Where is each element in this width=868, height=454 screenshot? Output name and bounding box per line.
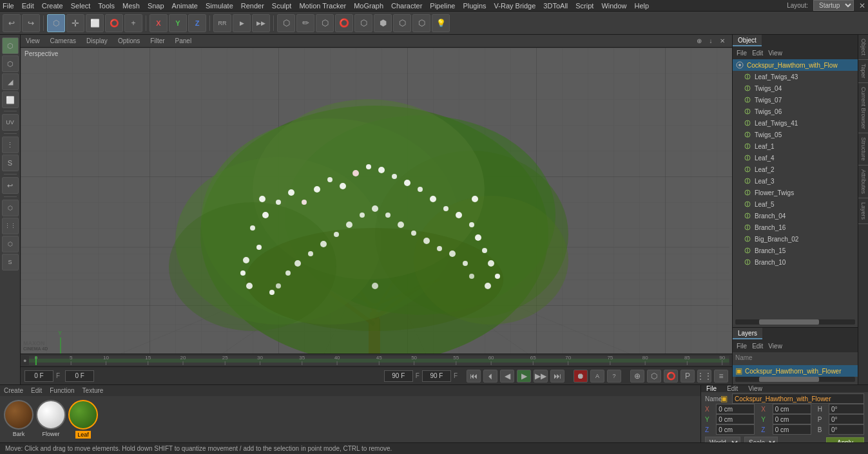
y-axis-button[interactable]: Y [169,14,187,32]
object-item-16[interactable]: Branch_10 [733,256,858,268]
snap-button[interactable]: ⋮ [2,137,19,153]
z-axis-button[interactable]: Z [188,14,206,32]
material-bark[interactable]: Bark [4,400,34,439]
menu-edit[interactable]: Edit [22,2,34,10]
play-reverse-button[interactable]: ◀ [500,370,514,383]
grid-pb-button[interactable]: ⋮⋮ [697,370,711,383]
close-btn[interactable]: ✕ [859,1,865,10]
render-region-button[interactable]: RR [213,14,231,32]
menu-vray[interactable]: V-Ray Bridge [494,2,536,10]
motion-button[interactable]: ⊕ [630,370,644,383]
menu-mesh[interactable]: Mesh [122,2,140,10]
b-input[interactable] [829,424,864,435]
menu-window[interactable]: Window [601,2,626,10]
object-item-8[interactable]: Leaf_2 [733,164,858,175]
go-to-start-button[interactable]: ⏮ [467,370,481,383]
attr-tab-edit[interactable]: Edit [722,385,743,392]
p-input[interactable] [829,414,864,424]
side-tab-taper[interactable]: Taper [858,60,868,83]
object-item-11[interactable]: Leaf_5 [733,198,858,210]
x-axis-button[interactable]: X [149,14,168,32]
viewport-tab-filter[interactable]: Filter [150,37,164,44]
frame-counter-input[interactable] [65,370,94,382]
object-item-14[interactable]: Big_Branch_02 [733,233,858,245]
viewport[interactable]: X Y Z Grid Spacing : 100 cm [21,48,732,354]
scene-button[interactable]: ⬡ [354,14,372,32]
object-item-1[interactable]: Twigs_04 [733,82,858,94]
y-rot-input[interactable] [773,414,811,424]
object-item-5[interactable]: Twigs_05 [733,129,858,140]
nurbs-button[interactable]: ⬡ [316,14,334,32]
menu-script[interactable]: Script [575,2,593,10]
render-to-picture-button[interactable]: ▶ [233,14,251,32]
layout-select[interactable]: Startup [813,0,854,11]
menu-snap[interactable]: Snap [148,2,164,10]
camera-button[interactable]: ⬢ [374,14,392,32]
key-all-button[interactable]: ? [607,370,621,383]
preview-button[interactable]: P [680,370,695,383]
play-button[interactable]: ▶ [517,370,531,383]
auto-key-button[interactable]: A [590,370,604,383]
viewport-tab-panel[interactable]: Panel [175,37,192,44]
x-pos-input[interactable] [716,404,755,414]
object-item-7[interactable]: Leaf_4 [733,152,858,164]
object-list-hscroll[interactable] [735,319,855,325]
list-pb-button[interactable]: ≡ [714,370,728,383]
menu-help[interactable]: Help [635,2,650,10]
menu-pipeline[interactable]: Pipeline [430,2,455,10]
viewport-tab-display[interactable]: Display [86,37,108,44]
menu-render[interactable]: Render [241,2,264,10]
mat-menu-function[interactable]: Function [50,387,74,394]
menu-animate[interactable]: Animate [172,2,198,10]
object-item-12[interactable]: Branch_04 [733,210,858,222]
scale-tool-button[interactable]: ⬜ [86,14,104,32]
render-active-button[interactable]: ▶▶ [252,14,270,32]
menu-create[interactable]: Create [42,2,63,10]
obj-menu-file[interactable]: File [737,50,747,57]
lamp-button[interactable]: 💡 [432,14,450,32]
layers-hscroll-thumb[interactable] [759,377,819,382]
record-button[interactable]: ⏺ [574,370,588,383]
floor-button[interactable]: ⬡ [412,14,430,32]
material-flower[interactable]: Flower [36,400,66,439]
side-tab-object[interactable]: Object [858,35,868,60]
z-rot-input[interactable] [773,424,811,435]
viewport-tab-view[interactable]: View [26,37,40,44]
mode-uv-button[interactable]: UV [2,114,19,131]
object-list-hscroll-thumb[interactable] [759,319,819,325]
spline-button[interactable]: ✏ [296,14,314,32]
menu-plugins[interactable]: Plugins [463,2,486,10]
side-tab-attributes[interactable]: Attributes [858,166,868,198]
viewport-icon-move[interactable]: ⊕ [695,37,704,46]
attr-tab-view[interactable]: View [743,385,767,392]
menu-mograph[interactable]: MoGraph [354,2,383,10]
mode-edges-button[interactable]: ◢ [2,73,19,90]
viewport-tab-cameras[interactable]: Cameras [50,37,77,44]
layers-hscroll[interactable] [735,377,855,382]
bend-button[interactable]: ↩ [2,177,19,194]
rotate-tool-button[interactable]: ⭕ [105,14,123,32]
obj-menu-view[interactable]: View [768,50,782,57]
layers-menu-file[interactable]: File [737,343,747,350]
viewport-icon-down[interactable]: ↓ [706,37,715,46]
fps-value-input[interactable] [422,370,451,382]
deformer-button[interactable]: ⭕ [335,14,353,32]
menu-simulate[interactable]: Simulate [206,2,233,10]
y-pos-input[interactable] [716,414,755,424]
side-tab-browser[interactable]: Current Browser [858,83,868,134]
menu-sculpt[interactable]: Sculpt [272,2,292,10]
attr-tab-file[interactable]: File [701,385,722,392]
paint-button[interactable]: S [2,155,19,171]
mat-menu-create[interactable]: Create [4,387,23,394]
side-tab-structure[interactable]: Structure [858,133,868,166]
go-to-end-button[interactable]: ⏭ [550,370,564,383]
add-object-button[interactable]: + [124,14,142,32]
object-item-0[interactable]: Leaf_Twigs_43 [733,71,858,82]
tab-layers[interactable]: Layers [733,328,762,339]
menu-3dtoall[interactable]: 3DToAll [543,2,568,10]
timeline-svg[interactable]: 0 5 10 15 20 25 30 35 40 [29,356,729,365]
obj-menu-edit[interactable]: Edit [752,50,763,57]
fps-end-input[interactable] [384,370,413,382]
object-item-root[interactable]: Cockspur_Hawthorn_with_Flow [733,59,858,71]
object-item-15[interactable]: Branch_15 [733,245,858,256]
